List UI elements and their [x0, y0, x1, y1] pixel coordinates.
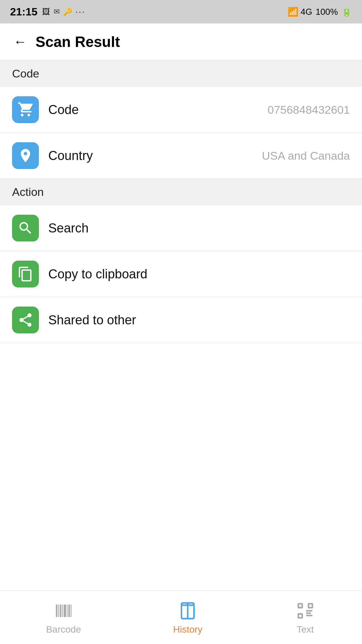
search-icon — [17, 220, 34, 236]
country-item[interactable]: Country USA and Canada — [0, 133, 362, 179]
bottom-nav: Barcode History Text — [0, 590, 362, 644]
scan-text-icon — [296, 601, 315, 620]
code-label: Code — [48, 103, 261, 117]
location-icon-wrap — [12, 142, 39, 169]
svg-rect-11 — [298, 614, 302, 618]
svg-rect-0 — [56, 604, 57, 617]
status-bar-left: 21:15 🖼 ✉ 🔑 ··· — [10, 6, 85, 18]
share-icon-wrap — [12, 307, 39, 333]
text-nav-label: Text — [297, 624, 314, 635]
page-title: Scan Result — [36, 34, 120, 50]
copy-icon — [17, 266, 34, 282]
copy-item[interactable]: Copy to clipboard — [0, 251, 362, 297]
svg-rect-10 — [308, 604, 312, 608]
cart-icon — [17, 102, 34, 118]
status-icons: 🖼 ✉ 🔑 ··· — [42, 6, 85, 17]
search-label: Search — [48, 221, 350, 235]
search-item[interactable]: Search — [0, 205, 362, 251]
svg-rect-1 — [58, 604, 59, 617]
barcode-nav-icon — [53, 600, 74, 622]
app-bar: ← Scan Result — [0, 23, 362, 60]
search-icon-wrap — [12, 215, 39, 241]
svg-rect-6 — [68, 604, 70, 617]
share-item[interactable]: Shared to other — [0, 297, 362, 343]
code-section-label: Code — [12, 67, 39, 80]
nav-item-text[interactable]: Text — [285, 597, 326, 638]
share-label: Shared to other — [48, 313, 350, 327]
share-icon — [17, 312, 34, 328]
key-icon: 🔑 — [63, 7, 72, 16]
action-section-header: Action — [0, 179, 362, 205]
action-section-label: Action — [12, 185, 44, 198]
country-label: Country — [48, 149, 255, 163]
back-arrow-icon: ← — [13, 34, 27, 49]
status-bar-right: 📶 4G 100% 🔋 — [288, 7, 352, 17]
back-button[interactable]: ← — [10, 32, 30, 52]
dots-icon: ··· — [75, 6, 85, 17]
history-nav-icon — [177, 600, 198, 622]
location-icon — [17, 148, 34, 164]
barcode-icon — [54, 601, 73, 620]
svg-rect-9 — [298, 604, 302, 608]
svg-rect-4 — [64, 604, 66, 617]
svg-rect-5 — [67, 604, 67, 617]
nav-item-barcode[interactable]: Barcode — [36, 597, 91, 638]
code-value: 0756848432601 — [267, 103, 350, 116]
svg-rect-2 — [60, 604, 61, 617]
status-time: 21:15 — [10, 6, 38, 18]
mail-icon: ✉ — [54, 7, 60, 16]
code-item[interactable]: Code 0756848432601 — [0, 87, 362, 133]
barcode-nav-label: Barcode — [46, 624, 81, 635]
code-section-header: Code — [0, 60, 362, 87]
battery-icon: 🔋 — [341, 7, 352, 17]
country-value: USA and Canada — [262, 149, 350, 162]
photo-icon: 🖼 — [42, 7, 50, 16]
svg-rect-7 — [71, 604, 71, 617]
copy-icon-wrap — [12, 261, 39, 287]
copy-label: Copy to clipboard — [48, 267, 350, 281]
signal-text: 📶 4G — [288, 7, 312, 17]
nav-item-history[interactable]: History — [163, 597, 213, 638]
cart-icon-wrap — [12, 96, 39, 123]
svg-rect-3 — [62, 604, 63, 617]
book-icon — [178, 601, 197, 620]
history-nav-label: History — [173, 624, 202, 635]
text-nav-icon — [295, 600, 316, 622]
status-bar: 21:15 🖼 ✉ 🔑 ··· 📶 4G 100% 🔋 — [0, 0, 362, 23]
battery-text: 100% — [316, 7, 338, 17]
